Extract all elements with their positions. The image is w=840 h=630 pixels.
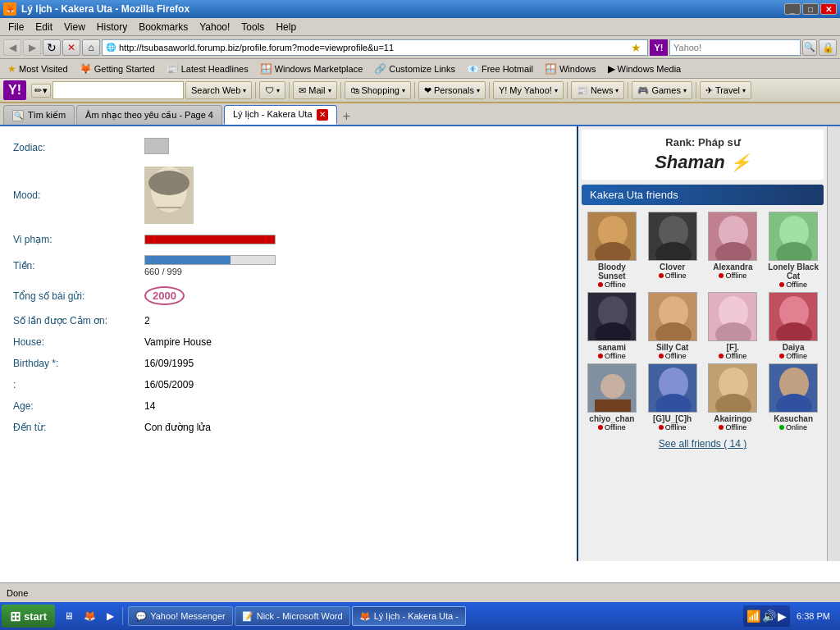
news-button[interactable]: 📰 News ▾ <box>571 81 625 99</box>
personals-button[interactable]: ❤ Personals ▾ <box>418 81 486 99</box>
titlebar-buttons: _ □ ✕ <box>784 3 837 15</box>
security-shield-button[interactable]: 🛡 ▾ <box>259 81 285 99</box>
menubar: File Edit View History Bookmarks Yahoo! … <box>0 18 840 36</box>
shaman-symbol: ⚡ <box>730 153 751 171</box>
taskbar-word[interactable]: 📝 Nick - Microsoft Word <box>235 606 350 626</box>
friend-avatar-svg <box>649 292 696 341</box>
list-item[interactable]: sanami Offline <box>583 292 641 360</box>
tray-volume-icon[interactable]: 🔊 <box>762 609 776 623</box>
friend-avatar-svg <box>649 212 696 261</box>
vipham-progress <box>144 235 276 244</box>
friend-status: Online <box>779 423 807 431</box>
refresh-button[interactable]: ↻ <box>43 39 61 56</box>
mail-button[interactable]: ✉ Mail ▾ <box>293 81 336 99</box>
stop-button[interactable]: ✕ <box>62 39 80 56</box>
search-bar <box>669 39 801 56</box>
travel-button[interactable]: ✈ Travel ▾ <box>700 81 751 99</box>
status-label: Offline <box>605 281 626 289</box>
thanks-label: Số lần được Cảm ơn: <box>7 310 138 331</box>
myyahoo-button[interactable]: Y! My Yahoo! ▾ <box>493 81 564 99</box>
list-item[interactable]: Silly Cat Offline <box>644 292 701 360</box>
house-label: House: <box>7 331 138 353</box>
taskbar-yahoo-messenger[interactable]: 💬 Yahoo! Messenger <box>128 606 233 626</box>
back-button[interactable]: ◀ <box>3 39 21 56</box>
minimize-button[interactable]: _ <box>784 3 801 15</box>
search-web-button[interactable]: Search Web ▾ <box>185 81 252 99</box>
bookmark-getting-started[interactable]: 🦊 Getting Started <box>75 62 159 76</box>
close-button[interactable]: ✕ <box>820 3 837 15</box>
status-label: Offline <box>786 281 807 289</box>
friend-status: Offline <box>719 352 746 360</box>
list-item[interactable]: Alexandra Offline <box>705 212 762 289</box>
bookmark-headlines[interactable]: 📰 Latest Headlines <box>162 62 253 76</box>
list-item[interactable]: [G]U_[C]h Offline <box>644 363 701 431</box>
games-button[interactable]: 🎮 Games ▾ <box>632 81 692 99</box>
tab-close-button[interactable]: ✕ <box>317 109 328 121</box>
menu-file[interactable]: File <box>3 20 29 34</box>
menu-history[interactable]: History <box>92 20 132 34</box>
shopping-button[interactable]: 🛍 Shopping ▾ <box>345 81 412 99</box>
new-tab-button[interactable]: + <box>339 108 355 125</box>
home-button[interactable]: ⌂ <box>82 39 100 56</box>
address-input[interactable] <box>119 43 625 52</box>
posts-value: 2000 <box>138 281 570 310</box>
money-label: 660 / 999 <box>144 267 564 276</box>
tray-media-icon[interactable]: ▶ <box>778 609 787 623</box>
table-row: : 16/05/2009 <box>7 374 570 395</box>
friend-status: Offline <box>598 352 626 360</box>
bookmark-customize[interactable]: 🔗 Customize Links <box>370 62 459 76</box>
list-item[interactable]: Bloody Sunset Offline <box>583 212 641 289</box>
yahoo-search-input[interactable] <box>53 85 183 95</box>
tab-music[interactable]: Âm nhạc theo yêu cầu - Page 4 <box>76 105 222 125</box>
marketplace-icon: 🪟 <box>260 63 272 75</box>
yahoo-toolbar: Y! ✏ ▾ Search Web ▾ 🛡 ▾ ✉ Mail ▾ 🛍 Shopp… <box>0 79 840 103</box>
windows-icon: 🪟 <box>545 63 557 75</box>
list-item[interactable]: Clover Offline <box>644 212 701 289</box>
offline-icon <box>779 282 784 287</box>
posts-badge: 2000 <box>144 286 185 305</box>
tab-profile[interactable]: Lý lịch - Kakera Uta ✕ <box>224 105 337 125</box>
bookmark-windows[interactable]: 🪟 Windows <box>541 62 600 76</box>
menu-tools[interactable]: Tools <box>236 20 269 34</box>
see-all-friends-link[interactable]: See all friends ( 14 ) <box>582 433 824 454</box>
scrollbar[interactable] <box>827 126 840 561</box>
list-item[interactable]: [F]. Offline <box>705 292 762 360</box>
list-item[interactable]: Lonely Black Cat Offline <box>765 212 822 289</box>
friend-avatar-svg <box>709 212 756 261</box>
ql-arrow[interactable]: ▶ <box>101 607 119 625</box>
bookmark-hotmail[interactable]: 📧 Free Hotmail <box>463 62 537 76</box>
list-item[interactable]: Daiya Offline <box>765 292 822 360</box>
ql-browser[interactable]: 🦊 <box>80 607 98 625</box>
menu-edit[interactable]: Edit <box>30 20 57 34</box>
menu-bookmarks[interactable]: Bookmarks <box>134 20 193 34</box>
list-item[interactable]: Kasuchan Online <box>765 363 822 431</box>
menu-yahoo[interactable]: Yahoo! <box>194 20 235 34</box>
yahoo-messenger-icon: 💬 <box>135 611 147 622</box>
tab-search[interactable]: 🔍 Tìm kiếm <box>3 105 75 125</box>
maximize-button[interactable]: □ <box>802 3 819 15</box>
posts-label: Tổng số bài gửi: <box>7 281 138 310</box>
online-icon <box>779 425 784 430</box>
search-input[interactable] <box>670 43 800 52</box>
bookmark-most-visited[interactable]: ★ Most Visited <box>3 62 72 76</box>
menu-view[interactable]: View <box>59 20 90 34</box>
bookmark-star-icon[interactable]: ★ <box>628 41 644 54</box>
rank-section: Rank: Pháp sư Shaman ⚡ <box>582 130 824 180</box>
taskbar-firefox[interactable]: 🦊 Lý lịch - Kakera Uta - <box>352 606 466 626</box>
avatar <box>769 212 818 261</box>
yahoo-pen-button[interactable]: ✏ ▾ <box>31 84 51 98</box>
ql-show-desktop[interactable]: 🖥 <box>60 607 78 625</box>
bookmark-media[interactable]: ▶ Windows Media <box>604 62 686 76</box>
forward-button[interactable]: ▶ <box>23 39 41 56</box>
bookmark-marketplace[interactable]: 🪟 Windows Marketplace <box>256 62 368 76</box>
menu-help[interactable]: Help <box>271 20 301 34</box>
start-button[interactable]: ⊞ start <box>2 605 55 628</box>
list-item[interactable]: chiyo_chan Offline <box>583 363 641 431</box>
avatar <box>648 363 697 413</box>
svg-point-5 <box>148 171 189 195</box>
search-button[interactable]: 🔍 <box>802 39 817 56</box>
bookmark-label: Most Visited <box>19 64 68 74</box>
list-item[interactable]: Akairingo Offline <box>705 363 762 431</box>
mail-label: Mail <box>308 85 325 95</box>
toolbar-divider8 <box>696 82 696 98</box>
